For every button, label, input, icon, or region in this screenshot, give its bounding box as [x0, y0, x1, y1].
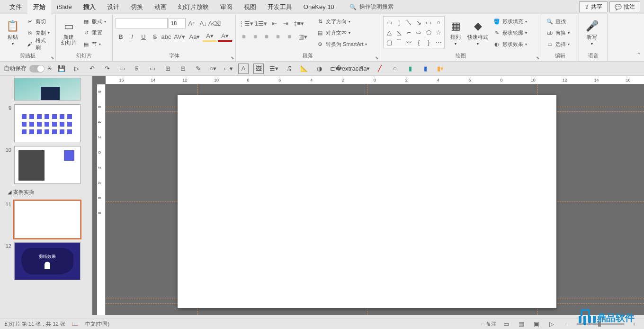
shape-rect[interactable]: ▭ [424, 18, 433, 27]
qat-icon[interactable]: ○ [390, 64, 400, 74]
font-color-icon[interactable]: A▾ [218, 31, 232, 42]
slideshow-view-icon[interactable]: ▷ [546, 319, 557, 329]
current-slide[interactable] [178, 95, 556, 308]
shape-roundrect[interactable]: ▢ [385, 37, 394, 47]
increase-indent-icon[interactable]: ⇥ [280, 18, 291, 28]
redo-icon[interactable]: ↷ [102, 64, 112, 74]
share-button[interactable]: ⇪共享 [579, 1, 608, 12]
format-painter-button[interactable]: 🖌格式刷 [24, 39, 53, 49]
find-button[interactable]: 🔍查找 [544, 16, 568, 27]
qat-icon[interactable]: ◑ [314, 64, 324, 74]
notes-button[interactable]: ≡ 备注 [482, 320, 496, 328]
qat-icon[interactable]: ▭▾ [223, 64, 233, 74]
dialog-launcher-icon[interactable]: ⬊ [375, 55, 379, 60]
replace-button[interactable]: ab替换▾ [544, 27, 572, 38]
qat-icon[interactable]: 📐 [299, 64, 309, 74]
menu-view[interactable]: 视图 [238, 0, 262, 14]
shape-line[interactable]: ＼ [404, 18, 414, 27]
dictate-button[interactable]: 🎤 听写 ▾ [582, 16, 602, 49]
menu-home[interactable]: 开始 [27, 0, 51, 14]
shape-textbox-v[interactable]: ▯ [394, 18, 404, 27]
shape-effects-button[interactable]: ◐形状效果▾ [491, 39, 529, 49]
thumbnail-row[interactable]: 9 [3, 104, 89, 142]
shape-more[interactable]: ⋯ [434, 37, 443, 47]
language-indicator[interactable]: 中文(中国) [85, 320, 109, 328]
justify-icon[interactable]: ≡ [273, 31, 283, 42]
tell-me-search[interactable]: 🔍 操作说明搜索 [349, 3, 394, 11]
shape-textbox[interactable]: ▭ [385, 18, 394, 27]
copy-button[interactable]: ⎘复制▾ [24, 27, 53, 38]
columns-icon[interactable]: ▥▾ [295, 31, 310, 42]
dialog-launcher-icon[interactable]: ⬊ [51, 55, 54, 60]
zoom-out-icon[interactable]: − [562, 319, 572, 329]
comments-button[interactable]: 💬批注 [609, 1, 640, 12]
shape-arrow-r[interactable]: ⇨ [414, 27, 424, 37]
reset-button[interactable]: ↺重置 [80, 27, 108, 38]
from-beginning-icon[interactable]: ▷ [72, 64, 82, 74]
shape-rtriangle[interactable]: ◺ [394, 27, 404, 37]
shape-l[interactable]: ⌐ [404, 27, 414, 37]
highlight-icon[interactable]: A▾ [203, 31, 217, 42]
convert-smartart-button[interactable]: ⚙转换为 SmartArt▾ [314, 39, 369, 49]
toggle-switch[interactable] [29, 65, 45, 73]
bold-icon[interactable]: B [116, 31, 126, 42]
line-spacing-icon[interactable]: ‡≡▾ [292, 18, 306, 28]
normal-view-icon[interactable]: ▭ [501, 319, 511, 329]
thumbnail-row[interactable] [3, 78, 89, 101]
menu-slideshow[interactable]: 幻灯片放映 [172, 0, 215, 14]
slide-thumbnail[interactable] [14, 78, 80, 101]
collapse-ribbon-icon[interactable]: ⌃ [636, 52, 641, 58]
save-icon[interactable]: 💾 [56, 64, 67, 74]
qat-icon[interactable]: Aa▾ [359, 64, 370, 74]
shape-arrow[interactable]: ↘ [414, 18, 424, 27]
menu-insert[interactable]: 插入 [78, 0, 101, 14]
dialog-launcher-icon[interactable]: ⬊ [536, 55, 540, 60]
char-spacing-icon[interactable]: AV▾ [172, 31, 187, 42]
paste-button[interactable]: 📋 粘贴 ▾ [3, 16, 22, 49]
menu-onekey[interactable]: OneKey 10 [298, 0, 340, 13]
qat-icon[interactable]: ⊟ [178, 64, 188, 74]
shape-curve[interactable]: ⌒ [394, 37, 404, 47]
qat-icon[interactable]: ▭ [117, 64, 127, 74]
font-size-combo[interactable]: 18 [169, 18, 186, 28]
increase-font-icon[interactable]: A↑ [187, 18, 197, 28]
horizontal-ruler[interactable]: 1614121086420246810121416 [106, 76, 644, 84]
select-button[interactable]: ▭选择▾ [544, 39, 572, 49]
menu-transitions[interactable]: 切换 [125, 0, 149, 14]
shapes-gallery[interactable]: ▭ ▯ ＼ ↘ ▭ ○ △ ◺ ⌐ ⇨ ⬠ ☆ ▢ ⌒ 〰 { } ⋯ [383, 16, 445, 48]
menu-review[interactable]: 审阅 [215, 0, 238, 14]
thumbnail-row[interactable]: 11 [3, 201, 89, 238]
underline-icon[interactable]: U [138, 31, 149, 42]
shape-freeform[interactable]: 〰 [404, 37, 414, 47]
clear-format-icon[interactable]: A⌫ [209, 18, 220, 28]
sorter-view-icon[interactable]: ▦ [516, 319, 527, 329]
thumbnail-row[interactable]: 10 [3, 146, 89, 184]
layout-button[interactable]: ▦版式▾ [80, 16, 108, 27]
shape-outline-button[interactable]: ✎形状轮廓▾ [491, 27, 529, 38]
print-icon[interactable]: 🖨 [284, 64, 294, 74]
section-button[interactable]: ▤节▾ [80, 39, 108, 49]
crop-icon[interactable]: �extracel [344, 64, 355, 74]
qat-icon[interactable]: ⊞ [162, 64, 173, 74]
arrange-button[interactable]: ▦ 排列 ▾ [447, 16, 465, 49]
align-text-button[interactable]: ▤对齐文本▾ [314, 27, 369, 38]
eyedropper-icon[interactable]: ╱ [375, 64, 385, 74]
shape-pentagon[interactable]: ⬠ [424, 27, 433, 37]
decrease-indent-icon[interactable]: ⇤ [269, 18, 279, 28]
qat-icon[interactable]: 🖼 [253, 64, 264, 74]
thumbnail-row[interactable]: 12 剪纸效果 [3, 242, 89, 280]
slide-thumbnail-current[interactable] [14, 201, 80, 238]
font-family-combo[interactable] [116, 18, 168, 28]
qat-icon[interactable]: ▭ [147, 64, 158, 74]
slide-editor[interactable] [178, 95, 556, 308]
qat-icon[interactable]: ▮ [420, 64, 430, 74]
qat-icon[interactable]: ☰▾ [268, 64, 279, 74]
strikethrough-icon[interactable]: S̶ [150, 31, 160, 42]
shape-fill-button[interactable]: 🪣形状填充▾ [491, 16, 529, 27]
autosave-toggle[interactable]: 自动保存 关 [4, 64, 52, 73]
new-slide-button[interactable]: ▭ 新建 幻灯片 [59, 16, 79, 49]
menu-file[interactable]: 文件 [4, 0, 27, 14]
align-right-icon[interactable]: ≡ [261, 31, 272, 42]
reading-view-icon[interactable]: ▣ [531, 319, 542, 329]
qat-icon[interactable]: ✎ [193, 64, 203, 74]
